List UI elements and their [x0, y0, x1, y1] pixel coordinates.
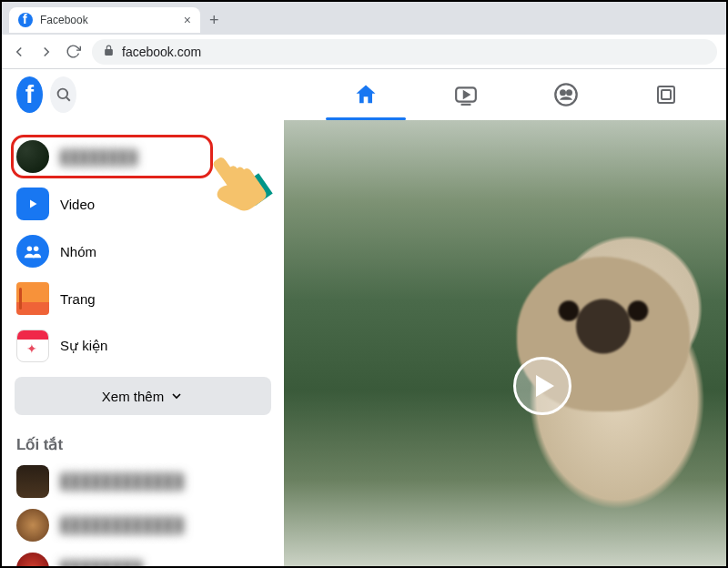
sidebar-item-events[interactable]: Sự kiện	[9, 322, 277, 370]
sidebar-item-label: Sự kiện	[60, 338, 107, 354]
svg-line-1	[66, 97, 70, 101]
nav-tabs	[320, 69, 712, 120]
svg-point-6	[561, 90, 565, 95]
video-icon	[16, 188, 49, 220]
shortcut-label: ████████████	[60, 517, 184, 533]
svg-rect-8	[658, 86, 674, 103]
shortcut-thumb	[16, 509, 49, 542]
browser-tab[interactable]: Facebook ×	[9, 7, 200, 33]
avatar	[16, 140, 49, 173]
sidebar-item-video[interactable]: Video	[9, 180, 277, 228]
svg-marker-3	[464, 92, 469, 98]
sidebar-item-label: Nhóm	[60, 244, 96, 259]
events-icon	[16, 330, 49, 362]
sidebar-item-groups[interactable]: Nhóm	[9, 228, 277, 275]
shortcut-thumb	[16, 553, 49, 568]
svg-point-12	[34, 247, 38, 252]
forward-button[interactable]	[38, 44, 55, 60]
sidebar-item-pages[interactable]: Trang	[9, 275, 277, 322]
nav-home[interactable]	[320, 69, 411, 120]
gaming-icon	[655, 84, 677, 106]
facebook-favicon	[18, 13, 33, 27]
groups-icon	[16, 235, 49, 268]
lock-icon	[103, 45, 115, 59]
main-content: ████████ Video Nhóm Trang Sự kiện Xem th…	[2, 120, 726, 568]
svg-point-0	[57, 89, 67, 99]
home-icon	[353, 82, 379, 107]
shortcut-label: ████████	[60, 561, 143, 568]
nav-groups[interactable]	[521, 69, 612, 120]
sidebar-item-label: Video	[60, 197, 95, 212]
chevron-down-icon	[169, 389, 184, 403]
groups-icon	[553, 82, 579, 107]
facebook-logo[interactable]: f	[16, 76, 43, 113]
shortcut-item[interactable]: ████████████	[9, 503, 277, 547]
back-button[interactable]	[11, 44, 27, 60]
svg-marker-10	[30, 200, 37, 208]
watch-icon	[454, 83, 478, 106]
shortcut-label: ████████████	[60, 473, 184, 490]
shortcut-item[interactable]: ████████	[9, 547, 277, 568]
sidebar-item-label: Trang	[60, 291, 96, 307]
pages-icon	[16, 282, 49, 315]
play-button[interactable]	[513, 357, 571, 415]
sidebar-profile[interactable]: ████████	[9, 133, 277, 180]
svg-point-11	[27, 247, 32, 252]
shortcuts-heading: Lối tắt	[9, 422, 277, 460]
browser-address-bar: facebook.com	[2, 35, 726, 69]
svg-rect-9	[662, 90, 671, 99]
svg-point-5	[555, 84, 576, 105]
nav-watch[interactable]	[420, 69, 511, 120]
url-text: facebook.com	[122, 45, 201, 59]
facebook-header: f	[2, 69, 726, 120]
new-tab-button[interactable]: +	[209, 11, 219, 30]
feed	[284, 120, 726, 568]
shortcut-item[interactable]: ████████████	[9, 460, 277, 503]
url-field[interactable]: facebook.com	[92, 39, 717, 65]
svg-point-7	[567, 90, 571, 95]
search-button[interactable]	[50, 76, 76, 113]
shortcut-thumb	[16, 465, 49, 498]
see-more-label: Xem thêm	[102, 389, 164, 404]
browser-tab-bar: Facebook × +	[2, 2, 726, 35]
close-tab-icon[interactable]: ×	[184, 13, 191, 27]
tab-title: Facebook	[40, 14, 177, 26]
see-more-button[interactable]: Xem thêm	[15, 377, 271, 415]
sidebar: ████████ Video Nhóm Trang Sự kiện Xem th…	[2, 120, 284, 568]
nav-gaming[interactable]	[621, 69, 712, 120]
reload-button[interactable]	[66, 44, 81, 59]
profile-name: ████████	[60, 149, 137, 165]
